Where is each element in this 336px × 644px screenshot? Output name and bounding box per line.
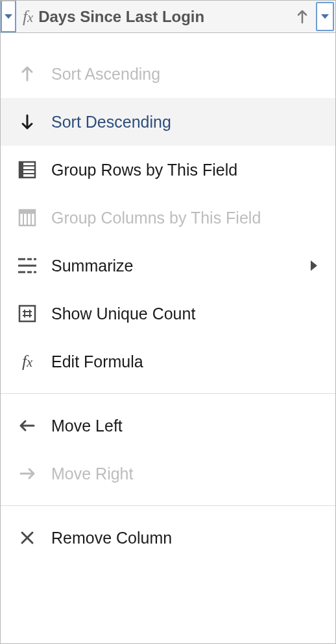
group-rows-icon [18,160,37,179]
chevron-down-icon [321,14,329,19]
group-rows-item[interactable]: Group Rows by This Field [1,146,335,194]
close-icon [18,528,37,547]
column-header[interactable]: fx Days Since Last Login [16,1,315,32]
arrow-down-icon [18,112,37,132]
menu-divider [1,393,335,394]
summarize-icon [18,256,37,275]
move-left-item[interactable]: Move Left [1,402,335,450]
arrow-left-icon [18,416,37,435]
column-dropdown-button[interactable] [316,2,334,31]
menu-item-label: Remove Column [51,529,318,547]
menu-item-label: Sort Descending [51,113,318,132]
svg-rect-17 [19,306,35,321]
svg-rect-4 [19,162,23,178]
chevron-down-icon [5,14,12,19]
sort-ascending-item: Sort Ascending [1,50,335,98]
menu-item-label: Summarize [51,257,295,275]
group-columns-icon [18,208,37,227]
edit-formula-item[interactable]: fx Edit Formula [1,338,335,385]
column-header-row: fx Days Since Last Login [1,1,335,33]
menu-item-label: Show Unique Count [51,305,318,323]
column-title: Days Since Last Login [38,8,291,26]
move-right-item: Move Right [1,450,335,498]
group-columns-item: Group Columns by This Field [1,194,335,242]
arrow-up-icon [18,64,37,84]
menu-item-label: Group Columns by This Field [51,209,318,227]
menu-item-label: Move Right [51,465,318,483]
menu-divider [1,505,335,506]
menu-item-label: Sort Ascending [51,65,318,84]
show-unique-count-item[interactable]: Show Unique Count [1,290,335,338]
column-menu-panel: fx Days Since Last Login Sort Ascending … [0,0,336,644]
hash-icon [18,304,37,323]
arrow-right-icon [18,464,37,483]
menu-item-label: Edit Formula [51,352,318,371]
formula-icon: fx [18,352,37,371]
sort-ascending-indicator-icon [296,10,308,24]
summarize-item[interactable]: Summarize [1,242,335,290]
menu-item-label: Move Left [51,417,318,435]
chevron-right-icon [309,259,318,272]
column-context-menu: Sort Ascending Sort Descending Group Row… [1,33,335,643]
sort-descending-item[interactable]: Sort Descending [1,98,335,146]
formula-icon: fx [23,7,33,27]
menu-item-label: Group Rows by This Field [51,161,318,179]
svg-rect-9 [19,210,35,214]
prev-column-dropdown[interactable] [1,1,16,32]
remove-column-item[interactable]: Remove Column [1,514,335,562]
